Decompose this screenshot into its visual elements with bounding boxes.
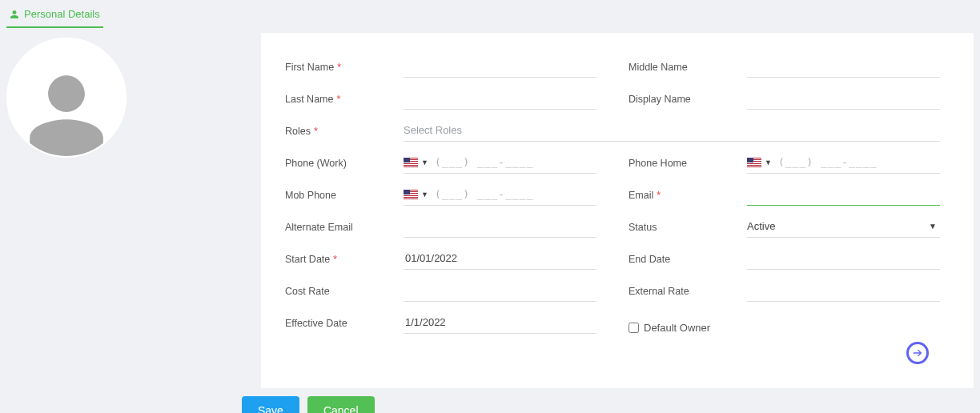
end-date-input[interactable] — [747, 247, 940, 270]
avatar-placeholder[interactable] — [6, 38, 127, 158]
start-date-input[interactable] — [404, 247, 596, 270]
phone-work-mask: (___) ___-____ — [435, 156, 534, 168]
display-name-label: Display Name — [629, 94, 747, 110]
chevron-down-icon[interactable]: ▼ — [421, 190, 428, 198]
tab-label: Personal Details — [24, 8, 100, 20]
effective-date-label: Effective Date — [285, 318, 404, 334]
alternate-email-input[interactable] — [404, 215, 596, 238]
phone-work-label: Phone (Work) — [285, 158, 404, 174]
first-name-input[interactable] — [404, 55, 596, 78]
mob-phone-mask: (___) ___-____ — [435, 188, 534, 200]
tab-personal-details[interactable]: Personal Details — [6, 3, 103, 28]
external-rate-label: External Rate — [629, 286, 747, 302]
last-name-input[interactable] — [404, 87, 596, 110]
status-value: Active — [747, 220, 775, 232]
personal-details-form: First Name* Middle Name Last Name* Displ — [261, 33, 974, 388]
email-input[interactable] — [747, 183, 940, 206]
middle-name-input[interactable] — [747, 55, 940, 78]
external-rate-input[interactable] — [747, 279, 940, 302]
middle-name-label: Middle Name — [629, 62, 747, 78]
phone-home-label: Phone Home — [629, 158, 747, 174]
roles-placeholder: Select Roles — [404, 124, 462, 136]
phone-home-mask: (___) ___-____ — [778, 156, 878, 168]
us-flag-icon — [404, 190, 418, 199]
chevron-down-icon[interactable]: ▼ — [765, 158, 772, 166]
phone-home-input[interactable]: ▼ (___) ___-____ — [747, 151, 940, 174]
mob-phone-label: Mob Phone — [285, 190, 404, 206]
person-silhouette-icon — [22, 68, 110, 156]
us-flag-icon — [747, 158, 761, 167]
email-label: Email* — [629, 190, 747, 206]
chevron-down-icon: ▼ — [929, 222, 937, 231]
phone-work-input[interactable]: ▼ (___) ___-____ — [404, 151, 596, 174]
arrow-right-circle-icon — [911, 347, 924, 359]
cancel-button[interactable]: Cancel — [307, 396, 375, 413]
last-name-label: Last Name* — [285, 94, 404, 110]
status-label: Status — [629, 222, 747, 238]
default-owner-checkbox[interactable] — [629, 323, 639, 333]
end-date-label: End Date — [629, 254, 747, 270]
us-flag-icon — [404, 158, 418, 167]
default-owner-label: Default Owner — [644, 322, 710, 334]
display-name-input[interactable] — [747, 87, 940, 110]
roles-label: Roles* — [285, 126, 404, 142]
alt-email-label: Alternate Email — [285, 222, 404, 238]
first-name-label: First Name* — [285, 62, 404, 78]
start-date-label: Start Date* — [285, 254, 404, 270]
chevron-down-icon[interactable]: ▼ — [421, 158, 428, 166]
status-select[interactable]: Active ▼ — [747, 215, 940, 238]
cost-rate-label: Cost Rate — [285, 286, 404, 302]
mob-phone-input[interactable]: ▼ (___) ___-____ — [404, 183, 596, 206]
roles-select[interactable]: Select Roles — [404, 119, 940, 142]
person-solid-icon — [10, 10, 19, 19]
effective-date-input[interactable] — [404, 311, 596, 334]
save-button[interactable]: Save — [242, 396, 299, 413]
cost-rate-input[interactable] — [404, 279, 596, 302]
next-step-button[interactable] — [906, 342, 929, 364]
